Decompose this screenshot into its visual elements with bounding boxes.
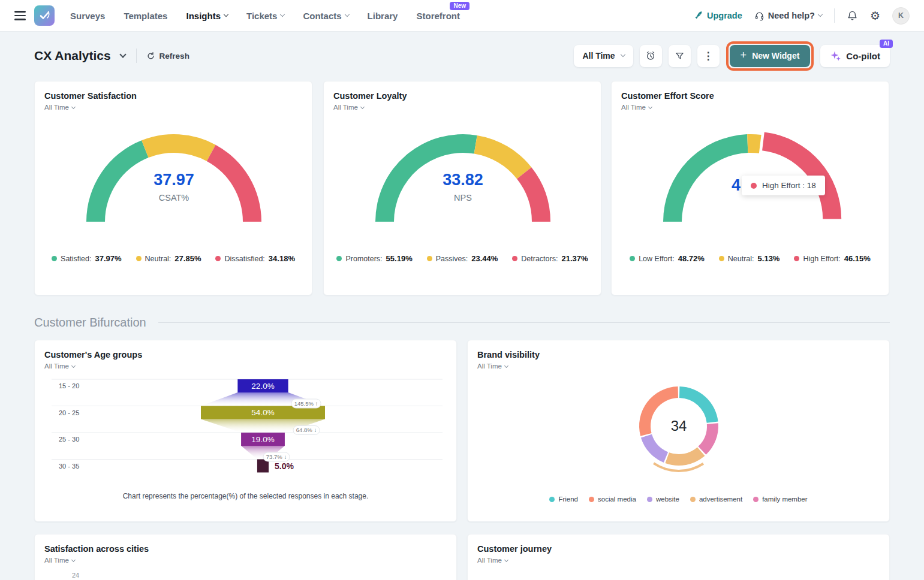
- schedule-button[interactable]: [640, 45, 662, 67]
- legend-dot: [336, 256, 342, 261]
- legend-value: 27.85%: [174, 254, 201, 263]
- legend-dot: [52, 256, 57, 261]
- funnel-value-label: 19.0%: [251, 435, 274, 444]
- gauge-center-label: NPS: [454, 193, 472, 203]
- legend-item-neutral[interactable]: Neutral: 5.13%: [719, 254, 780, 263]
- gauge-center-label: CSAT%: [159, 193, 189, 203]
- age-groups-funnel-chart: 15 - 2022.0%20 - 2554.0%25 - 3019.0%30 -…: [44, 377, 447, 476]
- widget-time-filter[interactable]: All Time: [621, 104, 652, 111]
- chevron-down-icon: [504, 363, 508, 367]
- legend-item-satisfied[interactable]: Satisfied: 37.97%: [52, 254, 122, 263]
- widget-brand-visibility: Brand visibility All Time 34 Friendsocia…: [467, 340, 890, 522]
- sparkle-icon: [830, 50, 841, 62]
- funnel-category-label: 30 - 35: [59, 463, 79, 470]
- widget-time-filter[interactable]: All Time: [333, 104, 364, 111]
- legend-item-dissatisfied[interactable]: Dissatisfied: 34.18%: [215, 254, 294, 263]
- legend-dot: [690, 497, 696, 502]
- donut-slice-website[interactable]: [640, 434, 667, 463]
- widget-time-filter[interactable]: All Time: [44, 362, 75, 370]
- widget-time-filter[interactable]: All Time: [477, 557, 508, 564]
- notifications-button[interactable]: [847, 10, 858, 22]
- legend-label: Neutral:: [145, 255, 171, 263]
- legend-label: Promoters:: [345, 255, 382, 263]
- widget-customer-satisfaction: Customer Satisfaction All Time 37.97CSAT…: [34, 81, 312, 295]
- dashboard-switcher-chevron-icon[interactable]: [119, 51, 126, 58]
- widget-time-filter[interactable]: All Time: [477, 362, 508, 370]
- legend-label: Dissatisfied:: [224, 255, 264, 263]
- nav-item-library[interactable]: Library: [368, 11, 398, 21]
- gauge-segment-dissatisfied[interactable]: [207, 145, 261, 222]
- copilot-button[interactable]: Co-pilot AI: [820, 45, 890, 67]
- legend-item-social-media[interactable]: social media: [589, 496, 636, 503]
- widget-customer-journey: Customer journey All Time: [467, 534, 890, 580]
- widget-title: Customer Satisfaction: [44, 91, 302, 101]
- brand-visibility-donut-chart: 34: [601, 374, 757, 490]
- need-help-menu[interactable]: Need help?: [754, 11, 822, 21]
- legend-dot: [549, 497, 555, 502]
- legend-item-family-member[interactable]: family member: [753, 496, 807, 503]
- axis-tick-partial: 24: [72, 572, 79, 579]
- chevron-down-icon: [620, 52, 625, 57]
- new-widget-button[interactable]: + New Widget: [730, 45, 811, 67]
- legend-label: advertisement: [699, 496, 742, 503]
- bell-icon: [847, 10, 858, 22]
- legend-item-promoters[interactable]: Promoters: 55.19%: [336, 254, 412, 263]
- filter-button[interactable]: [669, 45, 691, 67]
- more-options-button[interactable]: ⋮: [697, 45, 720, 67]
- legend-label: Detractors:: [521, 255, 558, 263]
- legend-value: 48.72%: [678, 254, 705, 263]
- upgrade-link[interactable]: Upgrade: [694, 11, 742, 20]
- funnel-category-label: 25 - 30: [59, 436, 79, 443]
- legend-dot: [647, 497, 652, 502]
- donut-slice-family-member[interactable]: [698, 423, 718, 455]
- legend-item-detractors[interactable]: Detractors: 21.37%: [512, 254, 588, 263]
- gauge-segment-neutral[interactable]: [142, 134, 215, 161]
- chevron-down-icon: [504, 557, 508, 561]
- widget-time-filter[interactable]: All Time: [44, 104, 75, 111]
- global-time-filter[interactable]: All Time: [574, 45, 633, 67]
- funnel-transition-label: 64.8% ↓: [296, 427, 317, 433]
- gauge-segment-detractors[interactable]: [517, 167, 550, 222]
- kebab-icon: ⋮: [703, 51, 714, 61]
- highlight-ring: + New Widget: [726, 41, 814, 71]
- funnel-icon: [675, 51, 685, 61]
- nav-item-surveys[interactable]: Surveys: [70, 11, 105, 21]
- gauge-segment-neutral[interactable]: [747, 134, 761, 153]
- legend-item-neutral[interactable]: Neutral: 27.85%: [136, 254, 201, 263]
- nav-item-templates[interactable]: Templates: [124, 11, 167, 21]
- legend-item-advertisement[interactable]: advertisement: [690, 496, 742, 503]
- legend-item-low-effort[interactable]: Low Effort: 48.72%: [630, 254, 705, 263]
- gear-icon: ⚙: [870, 10, 880, 22]
- user-avatar[interactable]: K: [892, 7, 910, 25]
- legend-label: family member: [762, 496, 807, 503]
- funnel-transition-label: 145.5% ↑: [294, 400, 318, 407]
- donut-slice-advertisement[interactable]: [665, 447, 705, 466]
- legend-item-passives[interactable]: Passives: 23.44%: [427, 254, 498, 263]
- nav-item-insights[interactable]: Insights: [186, 11, 228, 21]
- legend-dot: [589, 497, 594, 502]
- funnel-value-label: 22.0%: [251, 382, 274, 391]
- legend-value: 37.97%: [95, 254, 121, 263]
- headset-icon: [754, 11, 765, 21]
- nav-item-storefront[interactable]: Storefront New: [416, 11, 460, 21]
- legend-dot: [794, 256, 799, 261]
- funnel-category-label: 15 - 20: [59, 382, 79, 389]
- widget-time-filter[interactable]: All Time: [44, 557, 75, 564]
- tooltip-dot: [751, 183, 757, 189]
- donut-wrap: 34: [477, 374, 880, 490]
- legend-item-friend[interactable]: Friend: [549, 496, 578, 503]
- app-logo[interactable]: [34, 5, 55, 26]
- nav-items: Surveys Templates Insights Tickets Conta…: [70, 11, 460, 21]
- legend-item-website[interactable]: website: [647, 496, 679, 503]
- gauge-segment-satisfied[interactable]: [86, 140, 149, 222]
- legend-item-high-effort[interactable]: High Effort: 46.15%: [794, 254, 870, 263]
- settings-button[interactable]: ⚙: [870, 10, 880, 22]
- nav-item-contacts[interactable]: Contacts: [303, 11, 348, 21]
- refresh-button[interactable]: Refresh: [146, 52, 189, 61]
- nav-item-tickets[interactable]: Tickets: [246, 11, 284, 21]
- menu-icon[interactable]: [14, 11, 26, 20]
- widget-title: Satisfaction across cities: [44, 544, 447, 554]
- widget-title: Customer's Age groups: [44, 350, 447, 360]
- nps-gauge-chart: 33.82NPS: [333, 117, 592, 228]
- chart-caption: Chart represents the percentage(%) of th…: [44, 492, 447, 500]
